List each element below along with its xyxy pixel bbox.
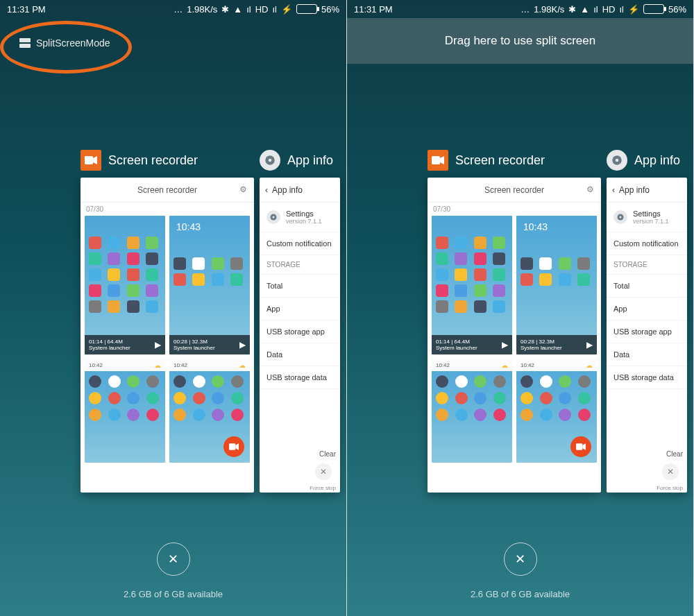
recording-thumb[interactable]: 10:42☁ [432,359,512,463]
bluetooth-icon: ✱ [221,4,229,15]
app-info-header: ‹ App info [607,178,687,203]
app-info-settings-row[interactable]: Settingsversion 7.1.1 [260,203,340,232]
close-icon[interactable]: ✕ [662,463,679,480]
record-fab[interactable] [570,436,591,457]
memory-status: 2.6 GB of 6 GB available [347,589,693,599]
flash-icon: ⚡ [281,4,292,15]
card-body: Screen recorder ⚙ 07/30 01:14 | 64.4MSys [81,178,254,493]
force-stop-label: Force stop [310,485,336,491]
status-bar: 11:31 PM … 1.98K/s ✱ ▲ ıl HD ıl ⚡ 56% [0,0,346,18]
play-icon[interactable]: ▶ [502,340,508,350]
force-stop-label: Force stop [657,485,683,491]
recents-card-app-info[interactable]: App info ‹ App info Settingsversion 7.1.… [260,150,340,493]
split-screen-mode-button[interactable]: SplitScreenMode [19,37,110,49]
recording-thumb[interactable]: 10:42☁ [169,359,250,463]
status-battery-pct: 56% [668,4,686,15]
record-fab[interactable] [223,436,244,457]
app-info-row[interactable]: Custom notification [607,232,687,255]
sr-titlebar: Screen recorder ⚙ [428,178,601,203]
flash-icon: ⚡ [628,4,639,15]
settings-app-icon [607,150,627,171]
svg-rect-0 [85,156,93,164]
recents-card-screen-recorder[interactable]: Screen recorder Screen recorder ⚙ 07/30 [81,150,254,493]
recording-thumb[interactable]: 10:43 00:28 | 32.3MSystem launcher▶ [516,216,597,354]
wifi-icon: ▲ [233,4,242,15]
sr-date: 07/30 [428,203,601,216]
app-info-row[interactable]: USB storage app [607,320,687,343]
recording-thumb[interactable]: 10:42☁ [516,359,597,463]
recording-thumb[interactable]: 10:42☁ [85,359,165,463]
drag-hint-label: Drag here to use split screen [445,34,595,48]
svg-rect-6 [432,156,440,164]
status-hd: HD [602,4,616,15]
card-body: ‹ App info Settingsversion 7.1.1 Custom … [607,178,687,493]
status-time: 11:31 PM [354,4,393,15]
settings-app-icon [260,150,280,171]
svg-point-9 [616,159,619,162]
bluetooth-icon: ✱ [568,4,576,15]
battery-icon [296,4,317,14]
recents-card-app-info[interactable]: App info ‹ App info Settingsversion 7.1.… [607,150,687,493]
recents-cards: Screen recorder Screen recorder ⚙ 07/30 [81,150,346,493]
card-body: Screen recorder ⚙ 07/30 01:14 | 64.4MSys [428,178,601,493]
app-info-section: STORAGE [260,255,340,275]
split-screen-drop-zone[interactable]: Drag here to use split screen [347,18,693,64]
back-icon[interactable]: ‹ [612,185,615,195]
split-screen-icon [19,38,31,48]
app-info-row[interactable]: USB storage data [260,366,340,389]
app-info-row[interactable]: Custom notification [260,232,340,255]
recording-thumb[interactable]: 01:14 | 64.4MSystem launcher▶ [85,216,165,354]
gear-icon[interactable]: ⚙ [586,185,594,194]
sr-date: 07/30 [81,203,254,216]
app-info-row[interactable]: Total [260,275,340,298]
card-title: App info [634,153,680,168]
app-info-header: ‹ App info [260,178,340,203]
play-icon[interactable]: ▶ [586,340,593,350]
clear-all-button[interactable]: ✕ [504,542,537,576]
play-icon[interactable]: ▶ [239,340,246,350]
status-bar: 11:31 PM … 1.98K/s ✱ ▲ ıl HD ıl ⚡ 56% [347,0,693,18]
status-battery-pct: 56% [321,4,339,15]
app-info-row[interactable]: USB storage data [607,366,687,389]
card-title: Screen recorder [455,153,545,168]
app-info-row[interactable]: Data [260,343,340,366]
screen-recorder-icon [428,150,448,171]
app-info-row[interactable]: App [607,298,687,320]
phone-screenshot-left: 11:31 PM … 1.98K/s ✱ ▲ ıl HD ıl ⚡ 56% Sp… [0,0,347,616]
memory-status: 2.6 GB of 6 GB available [0,589,346,599]
battery-icon [643,4,664,14]
gear-icon[interactable]: ⚙ [239,185,247,194]
svg-point-11 [620,216,622,219]
svg-rect-7 [576,443,582,450]
phone-screenshot-right: 11:31 PM … 1.98K/s ✱ ▲ ıl HD ıl ⚡ 56% Dr… [347,0,694,616]
app-info-row[interactable]: USB storage app [260,320,340,343]
recents-cards: Screen recorder Screen recorder ⚙ 07/30 [428,150,693,493]
app-info-row[interactable]: Data [607,343,687,366]
clear-all-button[interactable]: ✕ [157,542,190,576]
recording-thumb[interactable]: 10:43 00:28 | 32.3MSystem launcher▶ [169,216,250,354]
split-screen-label: SplitScreenMode [36,37,110,49]
wifi-icon: ▲ [580,4,589,15]
svg-point-3 [269,159,272,162]
status-speed: 1.98K/s [534,4,564,15]
app-info-row[interactable]: Total [607,275,687,298]
clear-button[interactable]: Clear [319,450,336,458]
app-info-section: STORAGE [607,255,687,275]
sr-titlebar: Screen recorder ⚙ [81,178,254,203]
screen-recorder-icon [81,150,101,171]
card-body: ‹ App info Settingsversion 7.1.1 Custom … [260,178,340,493]
recents-card-screen-recorder[interactable]: Screen recorder Screen recorder ⚙ 07/30 [428,150,601,493]
app-info-settings-row[interactable]: Settingsversion 7.1.1 [607,203,687,232]
play-icon[interactable]: ▶ [155,340,161,350]
back-icon[interactable]: ‹ [265,185,268,195]
recording-thumb[interactable]: 01:14 | 64.4MSystem launcher▶ [432,216,512,354]
svg-rect-1 [229,443,235,450]
clear-button[interactable]: Clear [666,450,683,458]
card-title: App info [287,153,333,168]
status-speed: 1.98K/s [187,4,217,15]
close-icon[interactable]: ✕ [315,463,332,480]
status-hd: HD [255,4,269,15]
svg-point-5 [273,216,275,219]
app-info-row[interactable]: App [260,298,340,320]
card-title: Screen recorder [108,153,198,168]
